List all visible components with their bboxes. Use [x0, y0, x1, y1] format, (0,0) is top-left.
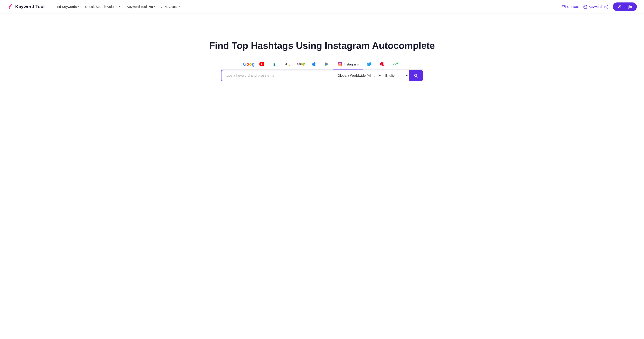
nav-keyword-tool-pro[interactable]: Keyword Tool Pro ▾ [124, 3, 158, 10]
navbar: Keyword Tool Find Keywords ▾ Check Searc… [0, 0, 644, 13]
pinterest-icon [380, 62, 384, 67]
nav-api-access[interactable]: API Access ▾ [159, 3, 183, 10]
nav-right: Contact Keywords (0) Login [562, 2, 637, 11]
twitter-icon [367, 62, 372, 67]
cart-icon [583, 5, 587, 9]
svg-point-6 [341, 63, 341, 63]
google-icon: Goog [246, 62, 251, 67]
tab-twitter[interactable] [362, 59, 376, 69]
tab-instagram-label: Instagram [344, 62, 359, 66]
contact-link[interactable]: Contact [562, 5, 579, 9]
nav-links: Find Keywords ▾ Check Search Volume ▾ Ke… [52, 3, 562, 10]
platform-tabs: Goog a [221, 59, 423, 69]
search-icon [414, 73, 418, 78]
tab-bing[interactable] [268, 59, 282, 69]
tab-appstore[interactable] [308, 59, 320, 69]
chevron-down-icon: ▾ [119, 5, 120, 8]
tab-ebay[interactable]: ebay [294, 59, 308, 69]
instagram-icon [338, 62, 342, 67]
playstore-icon [324, 62, 330, 67]
language-select[interactable]: English [382, 70, 408, 81]
svg-rect-4 [338, 62, 342, 66]
keywords-cart[interactable]: Keywords (0) [583, 5, 608, 9]
brand-logo[interactable]: Keyword Tool [7, 3, 45, 10]
location-select[interactable]: Global / Worldwide (All ... [334, 70, 382, 81]
page-title: Find Top Hashtags Using Instagram Autoco… [209, 40, 435, 51]
ebay-icon: ebay [298, 62, 304, 67]
login-button[interactable]: Login [613, 2, 637, 11]
tab-instagram[interactable]: Instagram [334, 59, 363, 69]
bing-icon [272, 62, 277, 67]
tab-google[interactable]: Goog [242, 59, 255, 69]
chevron-down-icon: ▾ [154, 5, 155, 8]
search-input[interactable] [221, 70, 334, 81]
search-button[interactable] [408, 70, 423, 81]
tab-pinterest[interactable] [376, 59, 389, 69]
tab-trends[interactable] [389, 59, 402, 69]
user-icon [618, 5, 622, 9]
search-bar: Global / Worldwide (All ... English [221, 70, 423, 81]
svg-point-2 [619, 5, 620, 6]
appstore-icon [312, 62, 316, 67]
main-content: Find Top Hashtags Using Instagram Autoco… [0, 13, 644, 81]
tab-youtube[interactable] [255, 59, 268, 69]
svg-text:a: a [286, 62, 287, 65]
svg-rect-0 [562, 5, 566, 8]
trends-icon [393, 62, 398, 67]
mail-icon [562, 5, 566, 9]
amazon-icon: a [286, 62, 290, 67]
brand-name: Keyword Tool [15, 4, 45, 9]
nav-check-search-volume[interactable]: Check Search Volume ▾ [82, 3, 123, 10]
chevron-down-icon: ▾ [179, 5, 180, 8]
tab-amazon[interactable]: a [282, 59, 294, 69]
brand-icon [7, 3, 14, 10]
youtube-icon [260, 62, 264, 67]
chevron-down-icon: ▾ [78, 5, 79, 8]
tab-playstore[interactable] [320, 59, 334, 69]
nav-find-keywords[interactable]: Find Keywords ▾ [52, 3, 82, 10]
